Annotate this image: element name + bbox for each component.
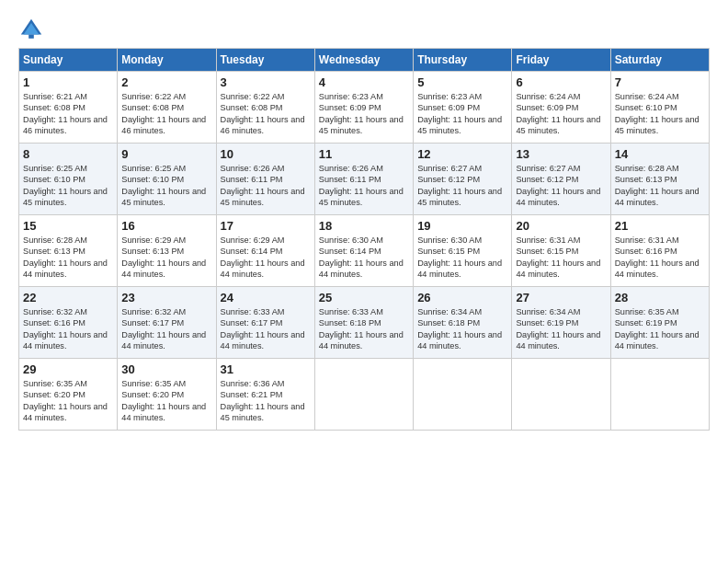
week-row-5: 29Sunrise: 6:35 AMSunset: 6:20 PMDayligh… (19, 359, 710, 431)
day-number: 3 (221, 75, 311, 89)
day-number: 4 (319, 75, 409, 89)
cell-info: Sunrise: 6:24 AMSunset: 6:10 PMDaylight:… (615, 91, 705, 137)
cell-info: Sunrise: 6:25 AMSunset: 6:10 PMDaylight:… (23, 163, 113, 209)
day-number: 28 (615, 291, 705, 304)
day-cell: 6Sunrise: 6:24 AMSunset: 6:09 PMDaylight… (512, 72, 610, 144)
column-header-saturday: Saturday (610, 49, 709, 72)
cell-info: Sunrise: 6:35 AMSunset: 6:19 PMDaylight:… (615, 306, 705, 352)
day-cell: 22Sunrise: 6:32 AMSunset: 6:16 PMDayligh… (19, 287, 118, 359)
day-number: 2 (121, 75, 211, 89)
column-header-thursday: Thursday (414, 49, 512, 72)
svg-rect-2 (28, 35, 34, 39)
day-number: 31 (221, 362, 311, 376)
day-number: 27 (516, 291, 606, 304)
cell-info: Sunrise: 6:22 AMSunset: 6:08 PMDaylight:… (221, 91, 311, 137)
day-cell: 11Sunrise: 6:26 AMSunset: 6:11 PMDayligh… (314, 144, 413, 215)
cell-info: Sunrise: 6:28 AMSunset: 6:13 PMDaylight:… (615, 163, 705, 209)
day-cell: 21Sunrise: 6:31 AMSunset: 6:16 PMDayligh… (610, 215, 709, 287)
day-cell: 4Sunrise: 6:23 AMSunset: 6:09 PMDaylight… (314, 72, 413, 144)
day-number: 24 (221, 291, 311, 304)
day-cell: 3Sunrise: 6:22 AMSunset: 6:08 PMDaylight… (216, 72, 314, 144)
cell-info: Sunrise: 6:29 AMSunset: 6:14 PMDaylight:… (221, 235, 311, 281)
day-number: 11 (319, 147, 409, 161)
day-cell: 5Sunrise: 6:23 AMSunset: 6:09 PMDaylight… (414, 72, 512, 144)
cell-info: Sunrise: 6:25 AMSunset: 6:10 PMDaylight:… (121, 163, 211, 209)
day-cell: 19Sunrise: 6:30 AMSunset: 6:15 PMDayligh… (414, 215, 512, 287)
week-row-2: 8Sunrise: 6:25 AMSunset: 6:10 PMDaylight… (19, 144, 710, 215)
day-cell: 18Sunrise: 6:30 AMSunset: 6:14 PMDayligh… (314, 215, 413, 287)
day-number: 19 (417, 219, 507, 233)
day-cell: 29Sunrise: 6:35 AMSunset: 6:20 PMDayligh… (19, 359, 118, 431)
day-cell: 30Sunrise: 6:35 AMSunset: 6:20 PMDayligh… (118, 359, 216, 431)
cell-info: Sunrise: 6:23 AMSunset: 6:09 PMDaylight:… (319, 91, 409, 137)
calendar-table: SundayMondayTuesdayWednesdayThursdayFrid… (18, 48, 710, 431)
day-cell (414, 359, 512, 431)
day-number: 16 (121, 219, 211, 233)
cell-info: Sunrise: 6:34 AMSunset: 6:19 PMDaylight:… (516, 306, 606, 352)
cell-info: Sunrise: 6:30 AMSunset: 6:15 PMDaylight:… (417, 235, 507, 281)
day-cell: 10Sunrise: 6:26 AMSunset: 6:11 PMDayligh… (216, 144, 314, 215)
week-row-3: 15Sunrise: 6:28 AMSunset: 6:13 PMDayligh… (19, 215, 710, 287)
cell-info: Sunrise: 6:24 AMSunset: 6:09 PMDaylight:… (516, 91, 606, 137)
cell-info: Sunrise: 6:29 AMSunset: 6:13 PMDaylight:… (121, 235, 211, 281)
day-cell: 12Sunrise: 6:27 AMSunset: 6:12 PMDayligh… (414, 144, 512, 215)
day-cell: 16Sunrise: 6:29 AMSunset: 6:13 PMDayligh… (118, 215, 216, 287)
cell-info: Sunrise: 6:23 AMSunset: 6:09 PMDaylight:… (417, 91, 507, 137)
cell-info: Sunrise: 6:27 AMSunset: 6:12 PMDaylight:… (417, 163, 507, 209)
week-row-1: 1Sunrise: 6:21 AMSunset: 6:08 PMDaylight… (19, 72, 710, 144)
day-cell: 28Sunrise: 6:35 AMSunset: 6:19 PMDayligh… (610, 287, 709, 359)
day-cell (314, 359, 413, 431)
day-cell: 24Sunrise: 6:33 AMSunset: 6:17 PMDayligh… (216, 287, 314, 359)
day-number: 17 (221, 219, 311, 233)
day-cell: 15Sunrise: 6:28 AMSunset: 6:13 PMDayligh… (19, 215, 118, 287)
day-number: 14 (615, 147, 705, 161)
day-cell: 25Sunrise: 6:33 AMSunset: 6:18 PMDayligh… (314, 287, 413, 359)
day-number: 23 (121, 291, 211, 304)
cell-info: Sunrise: 6:32 AMSunset: 6:17 PMDaylight:… (121, 306, 211, 352)
cell-info: Sunrise: 6:21 AMSunset: 6:08 PMDaylight:… (23, 91, 113, 137)
cell-info: Sunrise: 6:30 AMSunset: 6:14 PMDaylight:… (319, 235, 409, 281)
day-number: 25 (319, 291, 409, 304)
cell-info: Sunrise: 6:36 AMSunset: 6:21 PMDaylight:… (221, 378, 311, 424)
logo (18, 17, 48, 42)
column-header-monday: Monday (118, 49, 216, 72)
cell-info: Sunrise: 6:33 AMSunset: 6:17 PMDaylight:… (221, 306, 311, 352)
column-header-friday: Friday (512, 49, 610, 72)
cell-info: Sunrise: 6:22 AMSunset: 6:08 PMDaylight:… (121, 91, 211, 137)
day-number: 21 (615, 219, 705, 233)
day-number: 6 (516, 75, 606, 89)
day-cell: 1Sunrise: 6:21 AMSunset: 6:08 PMDaylight… (19, 72, 118, 144)
day-number: 10 (221, 147, 311, 161)
day-cell: 23Sunrise: 6:32 AMSunset: 6:17 PMDayligh… (118, 287, 216, 359)
day-cell: 26Sunrise: 6:34 AMSunset: 6:18 PMDayligh… (414, 287, 512, 359)
day-cell (610, 359, 709, 431)
header-row: SundayMondayTuesdayWednesdayThursdayFrid… (19, 49, 710, 72)
header (18, 17, 710, 42)
day-number: 13 (516, 147, 606, 161)
cell-info: Sunrise: 6:33 AMSunset: 6:18 PMDaylight:… (319, 306, 409, 352)
logo-icon (18, 17, 44, 42)
week-row-4: 22Sunrise: 6:32 AMSunset: 6:16 PMDayligh… (19, 287, 710, 359)
cell-info: Sunrise: 6:28 AMSunset: 6:13 PMDaylight:… (23, 235, 113, 281)
day-cell: 8Sunrise: 6:25 AMSunset: 6:10 PMDaylight… (19, 144, 118, 215)
day-number: 7 (615, 75, 705, 89)
day-number: 8 (23, 147, 113, 161)
day-cell: 2Sunrise: 6:22 AMSunset: 6:08 PMDaylight… (118, 72, 216, 144)
cell-info: Sunrise: 6:27 AMSunset: 6:12 PMDaylight:… (516, 163, 606, 209)
day-cell: 9Sunrise: 6:25 AMSunset: 6:10 PMDaylight… (118, 144, 216, 215)
day-number: 30 (121, 362, 211, 376)
day-cell: 31Sunrise: 6:36 AMSunset: 6:21 PMDayligh… (216, 359, 314, 431)
day-number: 18 (319, 219, 409, 233)
day-cell: 13Sunrise: 6:27 AMSunset: 6:12 PMDayligh… (512, 144, 610, 215)
cell-info: Sunrise: 6:26 AMSunset: 6:11 PMDaylight:… (221, 163, 311, 209)
column-header-tuesday: Tuesday (216, 49, 314, 72)
cell-info: Sunrise: 6:31 AMSunset: 6:15 PMDaylight:… (516, 235, 606, 281)
day-cell: 7Sunrise: 6:24 AMSunset: 6:10 PMDaylight… (610, 72, 709, 144)
day-number: 1 (23, 75, 113, 89)
cell-info: Sunrise: 6:35 AMSunset: 6:20 PMDaylight:… (23, 378, 113, 424)
day-cell (512, 359, 610, 431)
column-header-sunday: Sunday (19, 49, 118, 72)
day-number: 15 (23, 219, 113, 233)
cell-info: Sunrise: 6:32 AMSunset: 6:16 PMDaylight:… (23, 306, 113, 352)
calendar-page: SundayMondayTuesdayWednesdayThursdayFrid… (0, 0, 728, 563)
